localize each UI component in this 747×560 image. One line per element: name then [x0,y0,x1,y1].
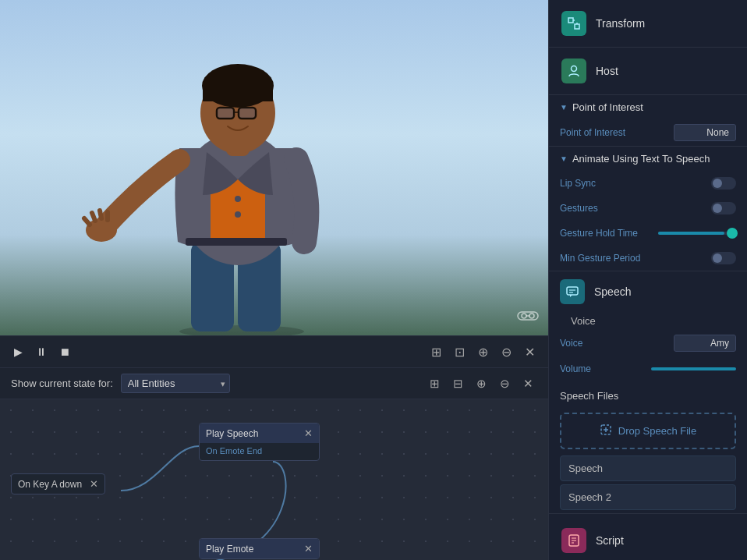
transform-section[interactable]: Transform [549,0,747,48]
frame-back-button[interactable]: ⊞ [427,342,445,361]
speech-files-label: Speech Files [560,390,618,402]
trigger-node[interactable]: On Key A down ✕ [11,473,105,494]
drop-icon [600,424,612,438]
min-gesture-thumb [713,253,722,263]
play-emote-close[interactable]: ✕ [304,543,313,555]
play-speech-close[interactable]: ✕ [304,427,313,439]
playback-bar: ▶ ⏸ ⏹ ⊞ ⊡ ⊕ ⊖ ✕ [0,335,548,368]
zoom-in-state-button[interactable]: ⊕ [472,374,490,393]
gesture-hold-slider[interactable] [658,232,736,235]
volume-row: Volume [549,356,747,381]
speech-section: Speech Voice Voice Amy Volume Speech Fil… [549,271,747,514]
volume-slider[interactable] [651,367,736,370]
script-label: Script [596,534,624,547]
play-emote-node[interactable]: Play Emote ✕ [199,538,320,559]
svg-rect-19 [186,238,287,246]
node-canvas[interactable]: On Key A down ✕ Play Speech ✕ On Emote E… [0,399,548,560]
svg-point-30 [572,66,577,72]
character-model [0,0,548,335]
trigger-label: On Key A down [18,479,82,490]
gestures-row: Gestures [549,196,747,221]
trigger-close-button[interactable]: ✕ [90,478,98,490]
host-icon [561,58,586,83]
poi-header[interactable]: ▼ Point of Interest [549,95,747,119]
gestures-toggle[interactable] [711,202,736,214]
host-section[interactable]: Host [549,48,747,95]
animate-header[interactable]: ▼ Animate Using Text To Speech [549,147,747,171]
lip-sync-toggle[interactable] [711,177,736,190]
volume-label: Volume [560,363,645,374]
min-gesture-toggle[interactable] [711,252,736,264]
gesture-hold-label: Gesture Hold Time [560,228,652,239]
play-speech-label: Play Speech [206,428,258,439]
state-bar: Show current state for: All Entities ⊞ ⊟… [0,368,548,399]
gesture-hold-thumb[interactable] [727,228,738,239]
drop-speech-zone[interactable]: Drop Speech File [560,413,736,449]
script-section[interactable]: Script [549,517,747,560]
voice-row: Voice Amy [549,330,747,356]
pause-button[interactable]: ⏸ [33,343,50,360]
animate-arrow: ▼ [560,154,568,163]
play-speech-node[interactable]: Play Speech ✕ On Emote End [199,423,320,461]
animate-section: ▼ Animate Using Text To Speech Lip Sync … [549,147,747,271]
frame-forward-button[interactable]: ⊡ [450,342,469,361]
svg-rect-8 [203,84,273,101]
script-icon [561,528,586,553]
zoom-out-button[interactable]: ⊖ [497,342,515,361]
play-button[interactable]: ▶ [9,343,27,360]
play-emote-label: Play Emote [206,544,253,555]
close-state-button[interactable]: ✕ [519,374,537,393]
stop-button[interactable]: ⏹ [56,343,73,360]
fit-selection-button[interactable]: ⊟ [448,374,467,393]
lip-sync-row: Lip Sync [549,171,747,196]
close-panel-button[interactable]: ✕ [520,342,539,361]
speech-label: Speech [594,285,631,298]
play-emote-header: Play Emote ✕ [200,539,319,558]
voice-group-label: Voice [571,315,596,327]
gestures-label: Gestures [560,203,705,214]
svg-rect-31 [567,287,578,295]
play-speech-header: Play Speech ✕ [200,424,319,443]
svg-rect-13 [239,108,255,118]
svg-point-21 [235,211,241,218]
entity-select[interactable]: All Entities [121,374,230,393]
entity-select-wrapper[interactable]: All Entities [121,374,230,393]
transform-icon [561,11,586,36]
poi-section: ▼ Point of Interest Point of Interest No… [549,95,747,147]
drop-text: Drop Speech File [618,425,696,437]
svg-line-15 [84,218,90,225]
gesture-hold-row: Gesture Hold Time [549,221,747,246]
viewport [0,0,548,335]
gesture-hold-fill [658,232,724,235]
poi-arrow: ▼ [560,103,568,112]
zoom-in-button[interactable]: ⊕ [473,342,492,361]
animate-title: Animate Using Text To Speech [572,153,710,165]
vr-icon[interactable] [517,308,539,326]
svg-point-23 [522,314,526,318]
svg-point-14 [86,218,117,242]
svg-rect-26 [568,18,573,23]
voice-value-dropdown[interactable]: Amy [674,335,736,352]
speech-files-row: Speech Files [549,381,747,406]
poi-prop-row: Point of Interest None [549,119,747,146]
voice-header: Voice [549,312,747,330]
poi-prop-label: Point of Interest [560,127,667,138]
svg-line-16 [92,213,95,221]
svg-point-20 [235,196,241,202]
speech-icon [560,279,585,304]
speech-file-1[interactable]: Speech [560,455,736,481]
svg-rect-12 [218,108,233,118]
host-label: Host [596,65,618,77]
svg-rect-27 [575,24,579,29]
poi-value-dropdown[interactable]: None [674,124,736,141]
svg-line-17 [100,211,101,218]
speech-header-btn[interactable]: Speech [549,271,747,312]
speech-file-2-label: Speech 2 [568,491,611,503]
fit-view-button[interactable]: ⊞ [425,374,444,393]
gestures-thumb [713,204,722,213]
speech-file-2[interactable]: Speech 2 [560,484,736,510]
zoom-out-state-button[interactable]: ⊖ [495,374,514,393]
lip-sync-label: Lip Sync [560,178,705,189]
voice-label: Voice [560,338,667,349]
main-area: ▶ ⏸ ⏹ ⊞ ⊡ ⊕ ⊖ ✕ Show current state for: … [0,0,548,560]
